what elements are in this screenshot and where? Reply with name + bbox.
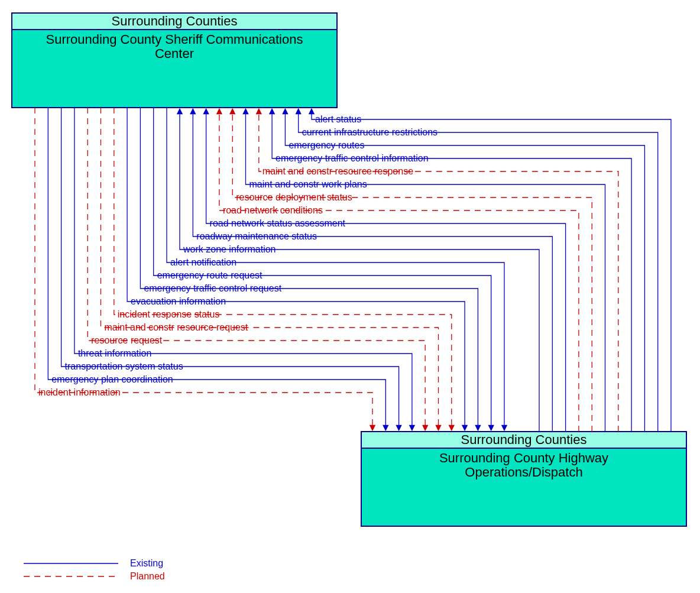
legend-planned-label: Planned xyxy=(130,571,165,581)
flow-label: road network conditions xyxy=(223,205,323,215)
flow-label: evacuation information xyxy=(131,296,226,306)
flow-label: emergency plan coordination xyxy=(51,374,173,384)
flow-label: incident response status xyxy=(118,309,220,319)
flow-label: roadway maintenance status xyxy=(196,231,317,241)
target-header-label: Surrounding Counties xyxy=(461,432,587,447)
legend: Existing Planned xyxy=(24,558,165,581)
source-entity-box: Surrounding Counties Surrounding County … xyxy=(12,13,337,108)
flow-label: road network status assessment xyxy=(210,218,346,228)
flow-label: maint and constr resource response xyxy=(262,166,413,176)
flow-label: emergency traffic control information xyxy=(276,153,428,163)
flow-label: emergency routes xyxy=(289,140,364,150)
target-entity-box: Surrounding Counties Surrounding County … xyxy=(361,432,686,526)
flow-label: alert notification xyxy=(170,257,236,267)
source-header-label: Surrounding Counties xyxy=(112,14,238,28)
flow-label: maint and constr resource request xyxy=(105,322,248,332)
flow-label: resource deployment status xyxy=(236,192,352,202)
flow-label: maint and constr work plans xyxy=(249,179,367,189)
architecture-flow-diagram: Surrounding Counties Surrounding County … xyxy=(0,0,700,593)
legend-existing-label: Existing xyxy=(130,558,163,568)
flow-label: work zone information xyxy=(183,244,276,254)
flow-label: threat information xyxy=(78,348,152,358)
target-title-line1: Surrounding County Highway xyxy=(439,451,608,465)
flow-lines-group: alert statuscurrent infrastructure restr… xyxy=(35,108,671,432)
flow-label: emergency traffic control request xyxy=(144,283,281,293)
flow-label: emergency route request xyxy=(157,270,262,280)
source-title-line1: Surrounding County Sheriff Communication… xyxy=(46,32,303,47)
flow-label: current infrastructure restrictions xyxy=(302,127,438,137)
flow-label: resource request xyxy=(91,335,163,345)
flow-label: alert status xyxy=(315,114,361,124)
flow-label: transportation system status xyxy=(65,361,183,371)
source-title-line2: Center xyxy=(155,46,194,61)
flow-label: incident information xyxy=(38,387,121,397)
target-title-line2: Operations/Dispatch xyxy=(465,465,582,479)
